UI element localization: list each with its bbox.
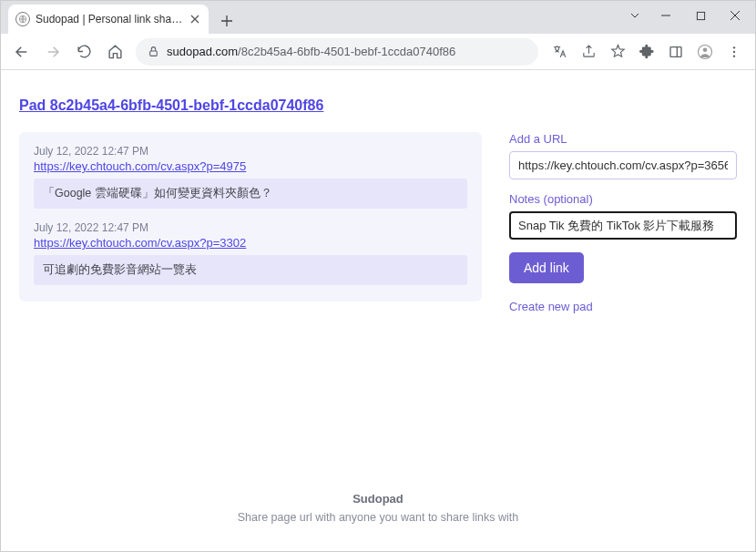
add-link-form: Add a URL Notes (optional) Add link Crea… bbox=[509, 132, 737, 313]
entry-note: 可追劇的免費影音網站一覽表 bbox=[34, 255, 467, 285]
link-entry: July 12, 2022 12:47 PM https://key.chtou… bbox=[34, 221, 467, 285]
footer-title: Sudopad bbox=[19, 492, 737, 506]
footer-subtitle: Share page url with anyone you want to s… bbox=[19, 511, 737, 524]
add-link-button[interactable]: Add link bbox=[509, 252, 584, 283]
notes-input[interactable] bbox=[509, 211, 737, 240]
pad-title-link[interactable]: Pad 8c2b45a4-6bfb-4501-bebf-1ccda0740f86 bbox=[19, 97, 737, 114]
svg-point-8 bbox=[733, 55, 735, 56]
entry-timestamp: July 12, 2022 12:47 PM bbox=[34, 221, 467, 234]
url-field-label: Add a URL bbox=[509, 132, 737, 146]
address-bar[interactable]: sudopad.com/8c2b45a4-6bfb-4501-bebf-1ccd… bbox=[136, 38, 538, 66]
browser-tab[interactable]: Sudopad | Personal link sharing bbox=[8, 5, 209, 34]
entry-url-link[interactable]: https://key.chtouch.com/cv.aspx?p=4975 bbox=[34, 159, 246, 173]
entry-timestamp: July 12, 2022 12:47 PM bbox=[34, 145, 467, 158]
svg-rect-3 bbox=[670, 46, 681, 56]
notes-field-label: Notes (optional) bbox=[509, 192, 737, 206]
maximize-button[interactable] bbox=[684, 3, 717, 28]
svg-point-5 bbox=[703, 47, 708, 52]
link-entry: July 12, 2022 12:47 PM https://key.chtou… bbox=[34, 145, 467, 209]
profile-icon[interactable] bbox=[691, 38, 719, 66]
svg-rect-1 bbox=[697, 12, 704, 19]
extensions-icon[interactable] bbox=[633, 38, 660, 66]
browser-toolbar: sudopad.com/8c2b45a4-6bfb-4501-bebf-1ccd… bbox=[1, 34, 755, 70]
globe-icon bbox=[15, 12, 30, 26]
reload-button[interactable] bbox=[70, 38, 97, 66]
create-new-pad-link[interactable]: Create new pad bbox=[509, 300, 593, 313]
forward-button[interactable] bbox=[39, 38, 66, 66]
window-titlebar: Sudopad | Personal link sharing bbox=[1, 1, 755, 34]
page-content: Pad 8c2b45a4-6bfb-4501-bebf-1ccda0740f86… bbox=[1, 70, 755, 551]
svg-point-6 bbox=[733, 46, 735, 48]
translate-icon[interactable] bbox=[546, 38, 573, 66]
home-button[interactable] bbox=[101, 38, 128, 66]
sidepanel-icon[interactable] bbox=[662, 38, 690, 66]
menu-icon[interactable] bbox=[720, 38, 748, 66]
url-text: sudopad.com/8c2b45a4-6bfb-4501-bebf-1ccd… bbox=[167, 45, 527, 58]
svg-point-7 bbox=[733, 50, 735, 52]
entry-note: 「Google 雲端硬碟」如何變更資料夾顏色？ bbox=[34, 179, 467, 209]
page-footer: Sudopad Share page url with anyone you w… bbox=[19, 455, 737, 551]
bookmark-icon[interactable] bbox=[604, 38, 631, 66]
share-icon[interactable] bbox=[575, 38, 602, 66]
new-tab-button[interactable] bbox=[214, 8, 240, 34]
chevron-down-icon[interactable] bbox=[622, 3, 648, 28]
close-window-button[interactable] bbox=[719, 3, 751, 28]
lock-icon bbox=[147, 46, 159, 58]
entry-url-link[interactable]: https://key.chtouch.com/cv.aspx?p=3302 bbox=[34, 236, 246, 250]
svg-rect-2 bbox=[149, 51, 157, 56]
close-tab-icon[interactable] bbox=[189, 13, 201, 26]
minimize-button[interactable] bbox=[649, 3, 682, 28]
tab-title: Sudopad | Personal link sharing bbox=[36, 13, 183, 26]
back-button[interactable] bbox=[8, 38, 36, 66]
url-input[interactable] bbox=[509, 151, 737, 179]
links-list: July 12, 2022 12:47 PM https://key.chtou… bbox=[19, 132, 482, 302]
window-controls bbox=[622, 3, 751, 28]
